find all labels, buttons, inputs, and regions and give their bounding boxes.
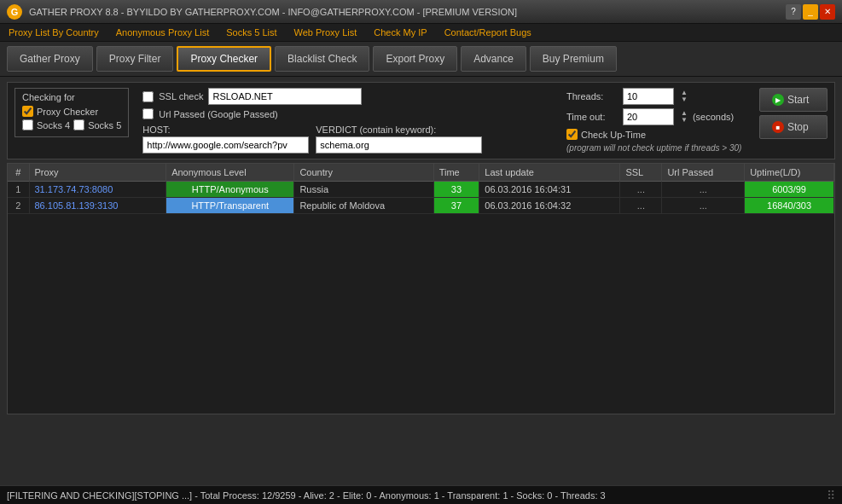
status-text: [FILTERING AND CHECKING][STOPING ...] - … [7,490,606,501]
col-header-anonymous-level: Anonymous Level [166,164,294,182]
main-content: Checking for Proxy Checker Socks 4 Socks… [0,77,842,420]
title-bar-controls: ? _ ✕ [786,4,835,20]
table-header-row: #ProxyAnonymous LevelCountryTimeLast upd… [8,164,834,182]
socks4-checkbox[interactable] [22,119,33,130]
seconds-label: (seconds) [693,112,734,122]
proxy-checker-checkbox[interactable] [22,106,33,117]
proxy-table-area: #ProxyAnonymous LevelCountryTimeLast upd… [7,163,835,414]
uptime-label: Check Up-Time [581,130,646,140]
threads-label: Threads: [566,91,618,101]
timeout-down-icon[interactable]: ▼ [681,117,688,124]
center-options: SSL check Url Passed (Google Passed) HOS… [142,88,553,154]
timeout-label: Time out: [566,112,618,122]
ssl-checkbox[interactable] [142,91,154,102]
right-options: Threads: ▲ ▼ Time out: ▲ ▼ (seconds) Che… [566,88,746,153]
proxy-checker-row: Proxy Checker [22,106,121,117]
verdict-label: VERDICT (contain keyword): [316,125,482,135]
nav-item-socks5-list[interactable]: Socks 5 List [226,27,276,38]
toolbar-btn-blacklist-check[interactable]: Blacklist Check [275,46,369,72]
title-bar-text: GATHER PROXY 8.8 - BYYILDO BY GATHERPROX… [29,7,786,17]
nav-item-web-proxy-list[interactable]: Web Proxy List [294,27,357,38]
threads-input[interactable] [623,88,674,105]
ssl-host-input[interactable] [208,88,362,105]
proxy-checker-label: Proxy Checker [37,107,98,117]
col-header-proxy: Proxy [29,164,166,182]
host-verdict-row: HOST: VERDICT (contain keyword): [142,125,553,154]
table-row[interactable]: 131.173.74.73:8080HTTP/AnonymousRussia33… [8,182,834,198]
socks5-label: Socks 5 [88,120,121,130]
thread-row: Threads: ▲ ▼ [566,88,746,105]
action-buttons: ▶ Start ■ Stop [759,88,827,139]
table-row[interactable]: 286.105.81.139:3130HTTP/TransparentRepub… [8,198,834,214]
uptime-note: (program will not check uptime if thread… [566,143,746,153]
stop-label: Stop [787,121,809,133]
start-button[interactable]: ▶ Start [759,88,827,112]
toolbar-btn-advance[interactable]: Advance [461,46,526,72]
minimize-button[interactable]: _ [803,4,818,20]
start-label: Start [787,94,809,106]
nav-item-contact[interactable]: Contact/Report Bugs [444,27,531,38]
ssl-label: SSL check [159,91,203,101]
start-icon: ▶ [772,94,784,106]
checking-for-group: Checking for Proxy Checker Socks 4 Socks… [15,88,129,137]
host-col: HOST: [142,125,309,154]
col-header-country: Country [294,164,433,182]
table-body: 131.173.74.73:8080HTTP/AnonymousRussia33… [8,182,834,214]
close-button[interactable]: ✕ [820,4,835,20]
status-bar: [FILTERING AND CHECKING][STOPING ...] - … [0,485,842,504]
url-passed-label: Url Passed (Google Passed) [159,109,277,119]
app-icon: G [7,4,22,20]
nav-item-anonymous-proxy-list[interactable]: Anonymous Proxy List [116,27,209,38]
col-header-url-passed: Url Passed [662,164,745,182]
resize-handle[interactable]: ⠿ [827,489,835,502]
title-bar: G GATHER PROXY 8.8 - BYYILDO BY GATHERPR… [0,0,842,24]
col-header-ssl: SSL [620,164,662,182]
toolbar: Gather ProxyProxy FilterProxy CheckerBla… [0,42,842,77]
toolbar-btn-gather-proxy[interactable]: Gather Proxy [7,46,93,72]
col-header--: # [8,164,29,182]
uptime-row: Check Up-Time [566,129,746,140]
timeout-input[interactable] [623,108,674,125]
socks-row: Socks 4 Socks 5 [22,119,121,130]
stop-button[interactable]: ■ Stop [759,115,827,139]
checking-for-title: Checking for [22,92,121,102]
proxy-table: #ProxyAnonymous LevelCountryTimeLast upd… [8,164,834,214]
timeout-spinner[interactable]: ▲ ▼ [681,110,688,124]
nav-item-check-my-ip[interactable]: Check My IP [374,27,427,38]
host-label: HOST: [142,125,309,135]
stop-icon: ■ [772,121,784,133]
toolbar-btn-proxy-filter[interactable]: Proxy Filter [96,46,174,72]
nav-item-proxy-list-by-country[interactable]: Proxy List By Country [9,27,99,38]
url-row: Url Passed (Google Passed) [142,108,553,119]
socks4-label: Socks 4 [37,120,70,130]
col-header-last-update: Last update [479,164,620,182]
socks5-checkbox[interactable] [73,119,84,130]
host-input[interactable] [142,136,309,154]
toolbar-btn-proxy-checker[interactable]: Proxy Checker [177,46,271,72]
toolbar-btn-buy-premium[interactable]: Buy Premium [530,46,617,72]
verdict-input[interactable] [316,136,482,154]
help-button[interactable]: ? [786,4,801,20]
uptime-checkbox[interactable] [566,129,578,140]
verdict-col: VERDICT (contain keyword): [316,125,482,154]
options-panel: Checking for Proxy Checker Socks 4 Socks… [7,82,835,159]
ssl-row: SSL check [142,88,553,105]
nav-bar: Proxy List By CountryAnonymous Proxy Lis… [0,24,842,42]
threads-down-icon[interactable]: ▼ [681,96,688,103]
col-header-time: Time [433,164,479,182]
url-passed-checkbox[interactable] [142,108,154,119]
toolbar-btn-export-proxy[interactable]: Export Proxy [373,46,457,72]
timeout-row: Time out: ▲ ▼ (seconds) [566,108,746,125]
threads-spinner[interactable]: ▲ ▼ [681,90,688,103]
col-header-uptime-l-d-: Uptime(L/D) [745,164,834,182]
